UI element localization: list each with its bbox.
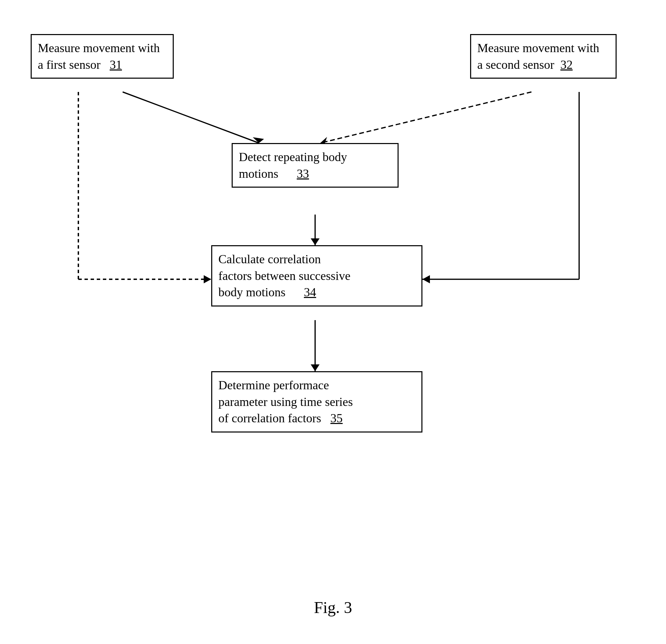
box-31-number: 31 (110, 58, 122, 72)
svg-marker-5 (311, 238, 320, 245)
figure-label: Fig. 3 (314, 598, 352, 617)
box-34-number: 34 (304, 285, 316, 299)
svg-marker-10 (204, 275, 211, 283)
box-33-label: Detect repeating bodymotions 33 (239, 150, 347, 180)
box-32: Measure movement witha second sensor 32 (470, 34, 617, 79)
box-35-number: 35 (330, 411, 343, 425)
box-31-label: Measure movement witha first sensor 31 (38, 41, 160, 72)
svg-marker-7 (311, 364, 320, 371)
svg-marker-13 (422, 275, 430, 283)
box-31: Measure movement witha first sensor 31 (31, 34, 174, 79)
svg-marker-1 (253, 137, 264, 143)
svg-line-0 (123, 92, 259, 143)
box-35-label: Determine performaceparameter using time… (218, 378, 353, 425)
box-34: Calculate correlationfactors between suc… (211, 245, 422, 307)
box-34-label: Calculate correlationfactors between suc… (218, 252, 351, 299)
box-33-number: 33 (297, 167, 309, 180)
connections-svg (0, 14, 666, 610)
box-32-label: Measure movement witha second sensor 32 (477, 41, 599, 72)
box-33: Detect repeating bodymotions 33 (232, 143, 399, 188)
box-35: Determine performaceparameter using time… (211, 371, 422, 433)
box-32-number: 32 (560, 58, 573, 72)
diagram-container: Measure movement witha first sensor 31 M… (0, 14, 666, 610)
svg-line-2 (320, 92, 531, 143)
